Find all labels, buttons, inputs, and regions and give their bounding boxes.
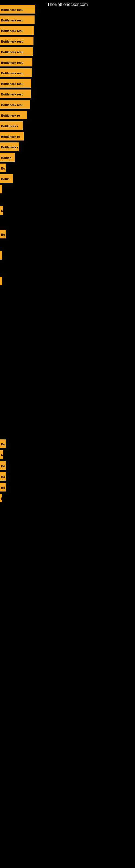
- bar-item: Bottlen: [0, 153, 15, 162]
- bar-item: Bottleneck resu: [0, 79, 31, 88]
- bar-label: Bottle: [0, 174, 13, 183]
- bar-label: Bottleneck resu: [0, 16, 35, 24]
- bar-item: Bottle: [0, 174, 13, 183]
- bar-label: b: [0, 206, 3, 215]
- bar-item: Bottleneck re: [0, 111, 27, 119]
- bar-item: b: [0, 494, 2, 502]
- bar-item: Bo: [0, 439, 6, 448]
- bar-label: Bo: [0, 483, 6, 492]
- bar-label: Bo: [0, 163, 6, 172]
- bar-item: [0, 185, 2, 193]
- bar-label: Bottleneck resu: [0, 26, 34, 35]
- bar-label: Bottlen: [0, 153, 15, 162]
- bar-item: Bottleneck resu: [0, 47, 33, 56]
- bar-item: Bo: [0, 230, 6, 239]
- bar-item: Bottleneck resu: [0, 26, 34, 35]
- bar-label: b: [0, 450, 3, 459]
- bar-label: Bottleneck resu: [0, 90, 31, 98]
- bar-label: Bottleneck r: [0, 121, 23, 130]
- bar-label: Bottleneck resu: [0, 58, 32, 66]
- bar-label: [0, 185, 2, 193]
- bar-label: Bottleneck re: [0, 111, 27, 119]
- bar-label: Bottleneck resu: [0, 100, 30, 109]
- bar-item: Bottleneck resu: [0, 16, 35, 24]
- bar-label: Bo: [0, 230, 6, 239]
- bar-item: Bottleneck resu: [0, 37, 34, 45]
- bar-label: Bottleneck resu: [0, 37, 34, 45]
- bar-label: b: [0, 494, 2, 502]
- bar-item: Bottleneck resu: [0, 68, 32, 77]
- bar-label: Bottleneck resu: [0, 68, 32, 77]
- bar-item: Bottleneck resu: [0, 100, 30, 109]
- bar-item: Bo: [0, 483, 6, 492]
- bar-label: Bo: [0, 472, 6, 480]
- bar-item: [0, 277, 2, 285]
- bar-item: Bo: [0, 461, 6, 470]
- bar-label: Bottleneck resu: [0, 79, 31, 88]
- bar-item: [0, 251, 2, 259]
- bar-item: b: [0, 206, 3, 215]
- bar-label: Bottleneck r: [0, 143, 19, 151]
- bar-label: Bo: [0, 461, 6, 470]
- bar-label: Bo: [0, 439, 6, 448]
- bar-item: Bottleneck r: [0, 121, 23, 130]
- bar-item: Bo: [0, 163, 6, 172]
- bar-item: b: [0, 450, 3, 459]
- bar-label: Bottleneck resu: [0, 47, 33, 56]
- bar-item: Bottleneck r: [0, 143, 19, 151]
- bar-item: Bottleneck resu: [0, 58, 32, 66]
- bar-label: [0, 277, 2, 285]
- bar-item: Bottleneck resu: [0, 90, 31, 98]
- bar-item: Bo: [0, 472, 6, 480]
- bar-item: Bottleneck resu: [0, 5, 35, 13]
- bar-label: [0, 251, 2, 259]
- bar-label: Bottleneck resu: [0, 5, 35, 13]
- bar-item: Bottleneck re: [0, 132, 24, 141]
- bar-label: Bottleneck re: [0, 132, 24, 141]
